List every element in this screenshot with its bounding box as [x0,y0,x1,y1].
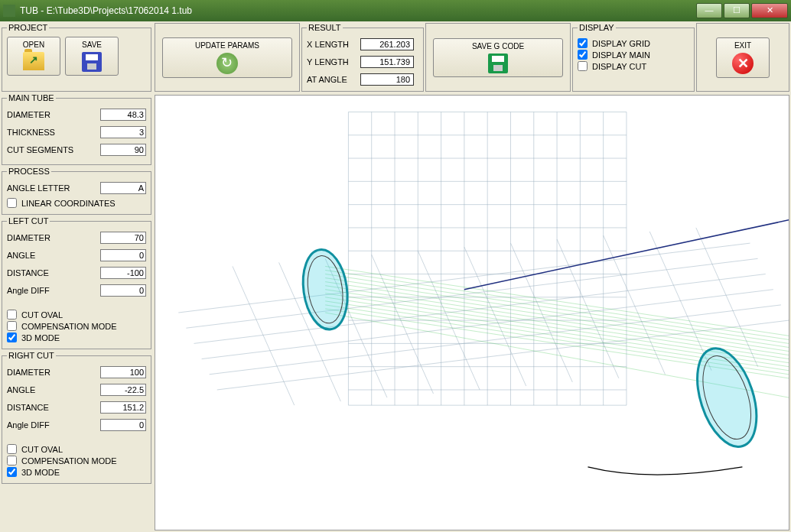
left-anglediff-input[interactable] [100,284,146,297]
diameter-label: DIAMETER [7,110,100,119]
right-3d-mode-checkbox[interactable] [7,467,17,477]
project-group: PROJECT OPEN SAVE [2,23,151,92]
main-cut-segments-input[interactable] [100,144,146,156]
left-cut-oval-label: CUT OVAL [21,310,63,320]
save-label: SAVE [82,41,102,49]
display-grid-checkbox[interactable] [578,38,588,48]
left-cut-legend: LEFT CUT [7,216,50,225]
linear-coordinates-label: LINEAR COORDINATES [21,199,116,208]
main-diameter-input[interactable] [100,109,146,121]
floppy-disk-green-icon [488,54,508,73]
result-group: RESULT X LENGTH 261.203 Y LENGTH 151.739… [301,23,424,92]
save-gcode-label: SAVE G CODE [472,42,524,50]
left-angle-input[interactable] [100,249,146,261]
display-cut-label: DISPLAY CUT [592,62,646,71]
left-compensation-checkbox[interactable] [7,321,17,331]
exit-button[interactable]: EXIT ✕ [716,37,770,78]
right-diameter-label: DIAMETER [7,368,100,377]
svg-line-33 [233,266,295,405]
display-legend: DISPLAY [578,23,616,32]
project-legend: PROJECT [7,23,49,32]
app-icon [3,5,15,17]
open-label: OPEN [23,41,44,49]
display-group: DISPLAY DISPLAY GRID DISPLAY MAIN DISPLA… [572,23,695,92]
display-grid-label: DISPLAY GRID [592,39,650,48]
atangle-value: 180 [360,73,414,86]
right-anglediff-label: Angle DIFF [7,420,100,430]
left-diameter-label: DIAMETER [7,233,100,242]
display-cut-checkbox[interactable] [578,61,588,71]
right-diameter-input[interactable] [100,366,146,378]
thickness-label: THICKNESS [7,128,100,137]
close-button[interactable]: ✕ [751,3,788,18]
process-legend: PROCESS [7,167,51,176]
atangle-label: AT ANGLE [307,75,360,84]
xlength-value: 261.203 [360,38,414,50]
right-cut-oval-checkbox[interactable] [7,444,17,454]
main-tube-group: MAIN TUBE DIAMETER THICKNESS CUT SEGMENT… [2,93,151,165]
ylength-value: 151.739 [360,56,414,68]
linear-coordinates-checkbox[interactable] [7,198,17,208]
exit-group: EXIT ✕ [696,23,789,92]
xlength-label: X LENGTH [307,40,360,49]
svg-line-39 [510,243,572,382]
right-compensation-checkbox[interactable] [7,456,17,466]
left-distance-label: DISTANCE [7,268,100,277]
right-cut-oval-label: CUT OVAL [21,445,63,454]
angle-letter-input[interactable] [100,182,146,194]
svg-line-41 [604,235,666,375]
right-anglediff-input[interactable] [100,419,146,431]
minimize-button[interactable]: — [696,3,722,18]
display-main-label: DISPLAY MAIN [592,50,650,60]
display-main-checkbox[interactable] [578,50,588,60]
title-bar: TUB - E:\Tube3D\Projects\17062014 1.tub … [0,0,791,21]
right-cut-group: RIGHT CUT DIAMETER ANGLE DISTANCE Angle … [2,351,151,484]
save-button[interactable]: SAVE [65,37,119,76]
floppy-disk-icon [82,52,102,72]
right-angle-label: ANGLE [7,385,100,394]
3d-viewport[interactable] [155,95,789,530]
left-3d-mode-checkbox[interactable] [7,332,17,342]
folder-open-icon [23,52,44,70]
main-tube-legend: MAIN TUBE [7,93,56,102]
save-gcode-button[interactable]: SAVE G CODE [433,38,563,77]
svg-point-44 [298,247,353,332]
cut-segments-label: CUT SEGMENTS [7,145,100,154]
update-params-button[interactable]: UPDATE PARAMS [162,37,292,78]
right-compensation-label: COMPENSATION MODE [21,456,116,466]
ylength-label: Y LENGTH [307,57,360,66]
left-compensation-label: COMPENSATION MODE [21,322,116,331]
left-diameter-input[interactable] [100,232,146,244]
right-distance-input[interactable] [100,401,146,414]
right-3d-mode-label: 3D MODE [21,468,60,477]
process-group: PROCESS ANGLE LETTER LINEAR COORDINATES [2,167,151,215]
refresh-icon [216,53,238,74]
svg-line-30 [210,305,781,375]
left-angle-label: ANGLE [7,251,100,260]
right-distance-label: DISTANCE [7,403,100,412]
result-legend: RESULT [307,23,343,32]
svg-line-38 [464,247,526,386]
save-gcode-group: SAVE G CODE [425,23,571,92]
update-params-label: UPDATE PARAMS [195,41,259,50]
window-title: TUB - E:\Tube3D\Projects\17062014 1.tub [20,5,695,16]
left-anglediff-label: Angle DIFF [7,286,100,295]
left-cut-group: LEFT CUT DIAMETER ANGLE DISTANCE Angle D… [2,216,151,349]
left-distance-input[interactable] [100,267,146,279]
exit-label: EXIT [734,41,751,50]
right-angle-input[interactable] [100,384,146,396]
svg-line-27 [186,258,757,328]
close-circle-icon: ✕ [732,53,754,74]
main-thickness-input[interactable] [100,126,146,138]
angle-letter-label: ANGLE LETTER [7,183,100,193]
render-svg [155,96,789,530]
maximize-button[interactable]: ☐ [724,3,750,18]
right-cut-legend: RIGHT CUT [7,351,56,360]
open-button[interactable]: OPEN [7,37,60,76]
svg-line-36 [372,255,434,394]
left-3d-mode-label: 3D MODE [21,333,60,342]
left-cut-oval-checkbox[interactable] [7,310,17,320]
update-group: UPDATE PARAMS [155,23,300,92]
